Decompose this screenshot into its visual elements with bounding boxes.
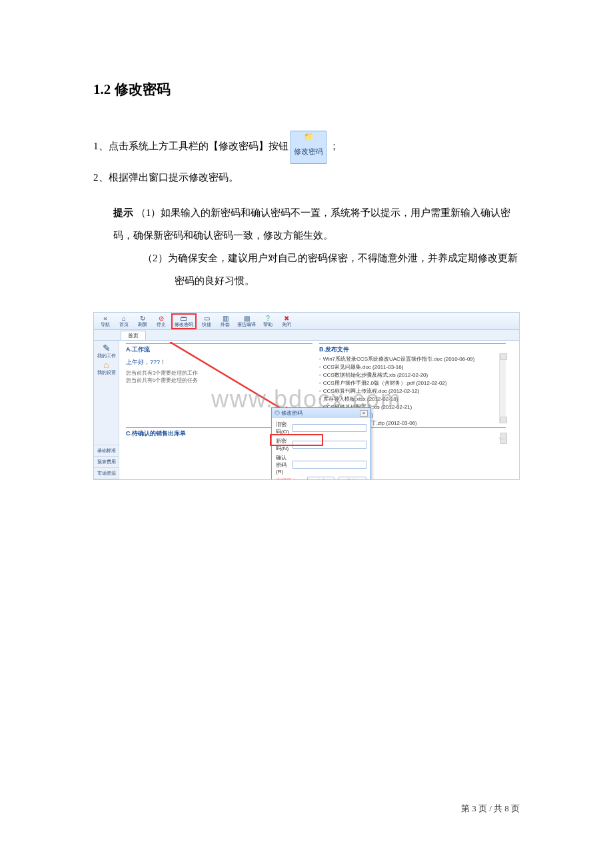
list-item[interactable]: ▫CCS常见问题集.doc (2011-03-16) bbox=[319, 363, 506, 371]
doc-icon: ▫ bbox=[319, 363, 321, 371]
sidebar-bottom: 基础标准 预算费用 市场资源 bbox=[94, 445, 119, 479]
list-item[interactable]: ▫CCS用户操作手册2.0版（含财务）.pdf (2012-02-02) bbox=[319, 379, 506, 387]
list-item[interactable]: ▫Win7系统登录CCS系统修改UAC设置操作指引.doc (2010-06-0… bbox=[319, 355, 506, 363]
tb-nav[interactable]: «导航 bbox=[97, 313, 114, 329]
sidebar-item-market[interactable]: 市场资源 bbox=[94, 468, 119, 479]
list-item[interactable]: ▫CCS标算刊网上传流程.doc (2012-02-12) bbox=[319, 387, 506, 395]
ok-button[interactable]: 确定(S) bbox=[307, 477, 334, 480]
old-password-input[interactable] bbox=[293, 424, 366, 432]
list-item[interactable]: ▫CCS数据初始化步骤及格式.xls (2012-02-20) bbox=[319, 371, 506, 379]
list-item[interactable]: ▫库存导入模板.xlsx (2012-02-18) bbox=[319, 395, 506, 403]
doc-icon: ▫ bbox=[319, 387, 321, 395]
tb-close[interactable]: ✖关闭 bbox=[278, 313, 295, 329]
scrollbar[interactable] bbox=[499, 437, 506, 439]
scrollbar[interactable] bbox=[499, 353, 506, 423]
tb-refresh[interactable]: ↻刷新 bbox=[134, 313, 151, 329]
tb-stop[interactable]: ⊘停止 bbox=[153, 313, 170, 329]
sidebar: ✎ 我的工作 ⌂ 我的设置 基础标准 预算费用 市场资源 bbox=[94, 341, 119, 479]
step-1: 1、点击系统上方工具栏的【修改密码】按钮 📁 修改密码 ； bbox=[93, 131, 520, 164]
refresh-icon: ↻ bbox=[140, 315, 145, 322]
panel-workflow: A.工作流 上午好，???！ 您当前共有3个需要处理的工作 您当前共有0个需要处… bbox=[126, 343, 312, 384]
tab-home[interactable]: 首页 bbox=[121, 331, 146, 340]
sidebar-item-basic[interactable]: 基础标准 bbox=[94, 445, 119, 457]
tb-help[interactable]: ?帮助 bbox=[259, 313, 277, 329]
sidebar-item-mysettings[interactable]: ⌂ 我的设置 bbox=[97, 360, 116, 375]
tip-block: 提示 （1）如果输入的新密码和确认密码不一置，系统将予以提示，用户需重新输入确认… bbox=[93, 201, 520, 292]
confirm-password-input[interactable] bbox=[293, 461, 366, 469]
greeting: 上午好，???！ bbox=[126, 355, 312, 369]
label-confirm-password: 确认密码(R) bbox=[276, 454, 290, 475]
pending-work-2: 您当前共有0个需要处理的任务 bbox=[126, 377, 312, 384]
change-password-dialog: ◎ 修改密码 × 旧密码(O) 新密码(N) 确认密码(R bbox=[271, 407, 371, 480]
tb-home[interactable]: ⌂首页 bbox=[115, 313, 133, 329]
main-area: A.工作流 上午好，???！ 您当前共有3个需要处理的工作 您当前共有0个需要处… bbox=[119, 341, 519, 479]
step-2: 2、根据弹出窗口提示修改密码。 bbox=[93, 167, 520, 188]
edit-icon: ✎ bbox=[97, 343, 116, 353]
toolbar-highlight: 🗃修改密码 bbox=[171, 313, 197, 329]
help-icon: ? bbox=[266, 315, 270, 322]
label-new-password: 新密码(N) bbox=[276, 437, 290, 452]
folder-icon: 📁 bbox=[294, 133, 323, 141]
nav-icon: « bbox=[103, 315, 107, 322]
tabs-row: 首页 bbox=[94, 330, 519, 341]
password-icon: 🗃 bbox=[181, 315, 187, 322]
pending-work-1: 您当前共有3个需要处理的工作 bbox=[126, 369, 312, 377]
dialog-title-bar: ◎ 修改密码 × bbox=[272, 408, 370, 418]
sidebar-item-mywork[interactable]: ✎ 我的工作 bbox=[97, 343, 116, 359]
dialog-close-button[interactable]: × bbox=[360, 410, 368, 417]
cancel-button[interactable]: 取消(C) bbox=[338, 477, 366, 480]
tb-shortcut[interactable]: ▭快捷 bbox=[198, 313, 215, 329]
skin-icon: ▥ bbox=[223, 315, 229, 322]
tb-report[interactable]: ▤报告编译 bbox=[235, 313, 258, 329]
tip-2: （2）为确保安全，建议用户对自己的密码保密，不得随意外泄，并养成定期修改更新密码… bbox=[113, 247, 520, 292]
doc-icon: ▫ bbox=[319, 355, 321, 363]
tb-skin[interactable]: ▥外套 bbox=[217, 313, 234, 329]
tip-label: 提示 bbox=[113, 207, 133, 218]
change-password-inline-button: 📁 修改密码 bbox=[291, 131, 326, 164]
house-icon: ⌂ bbox=[97, 360, 116, 370]
password-hint: 密码最少6位 bbox=[276, 477, 305, 480]
new-password-input[interactable] bbox=[293, 441, 366, 449]
report-icon: ▤ bbox=[244, 315, 250, 322]
stop-icon: ⊘ bbox=[159, 315, 164, 322]
label-old-password: 旧密码(O) bbox=[276, 421, 290, 435]
tb-change-password[interactable]: 🗃修改密码 bbox=[173, 313, 195, 329]
pdf-icon: ▫ bbox=[319, 379, 321, 387]
sidebar-item-budget[interactable]: 预算费用 bbox=[94, 457, 119, 468]
section-heading: 1.2 修改密码 bbox=[93, 80, 520, 99]
xls-icon: ▫ bbox=[319, 371, 321, 379]
app-screenshot: «导航 ⌂首页 ↻刷新 ⊘停止 🗃修改密码 ▭快捷 ▥外套 ▤报告编译 ?帮助 … bbox=[93, 312, 520, 480]
shortcut-icon: ▭ bbox=[204, 315, 210, 322]
xls-icon: ▫ bbox=[319, 395, 321, 403]
page-footer: 第 3 页 / 共 8 页 bbox=[461, 803, 520, 815]
home-icon: ⌂ bbox=[122, 315, 126, 322]
toolbar: «导航 ⌂首页 ↻刷新 ⊘停止 🗃修改密码 ▭快捷 ▥外套 ▤报告编译 ?帮助 … bbox=[94, 313, 519, 330]
close-icon: ✖ bbox=[284, 315, 289, 322]
tip-1: （1）如果输入的新密码和确认密码不一置，系统将予以提示，用户需重新输入确认密码，… bbox=[113, 207, 510, 241]
